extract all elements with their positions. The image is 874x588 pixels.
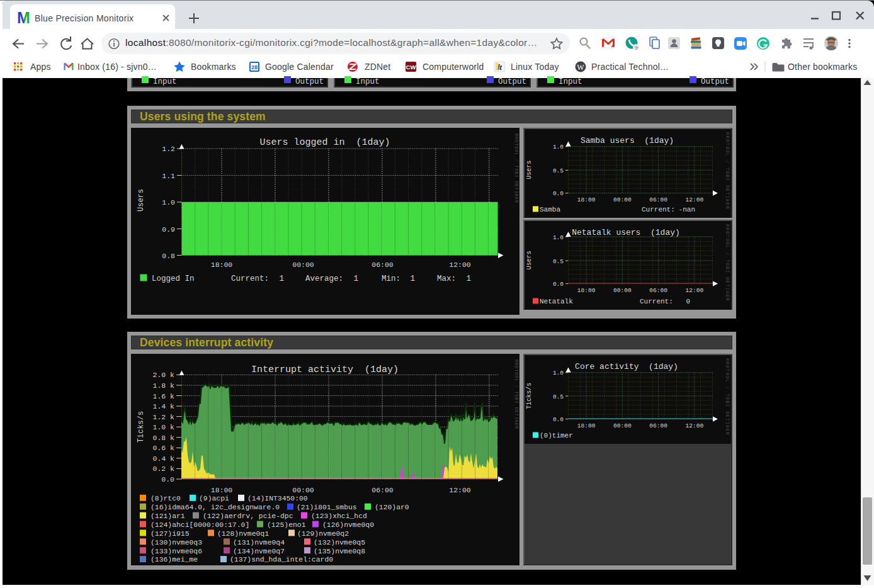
svg-text:(120)ar0: (120)ar0 — [375, 504, 409, 511]
svg-text:Users: Users — [137, 189, 145, 212]
svg-text:(133)nvme0q6: (133)nvme0q6 — [150, 548, 202, 555]
svg-text:Users: Users — [526, 161, 533, 179]
svg-text:(137)snd_hda_intel:card0: (137)snd_hda_intel:card0 — [230, 556, 333, 563]
svg-text:0.0: 0.0 — [161, 475, 174, 483]
svg-text:(135)nvme0q8: (135)nvme0q8 — [314, 548, 365, 555]
svg-text:12:00: 12:00 — [449, 486, 471, 494]
svg-text:?: ? — [635, 45, 638, 51]
svg-text:(129)nvme0q2: (129)nvme0q2 — [297, 530, 349, 538]
svg-text:Output: Output — [295, 77, 324, 86]
svg-text:M: M — [17, 9, 30, 26]
svg-text:CW: CW — [406, 64, 416, 71]
svg-text:Netatalk: Netatalk — [540, 298, 573, 305]
svg-text:Input: Input — [559, 77, 582, 86]
svg-text:0.2 k: 0.2 k — [152, 465, 174, 473]
svg-text:Current:: Current: — [642, 206, 675, 213]
svg-text:(124)ahci[0000:00:17.0]: (124)ahci[0000:00:17.0] — [150, 521, 249, 529]
svg-text:12:00: 12:00 — [686, 422, 704, 429]
svg-text:Output: Output — [701, 77, 729, 86]
svg-text:Interrupt activity (1day): Interrupt activity (1day) — [251, 365, 399, 375]
svg-text:W: W — [577, 63, 584, 72]
svg-text:(121)ar1: (121)ar1 — [150, 512, 185, 520]
svg-text:(8)rtc0: (8)rtc0 — [150, 495, 181, 502]
svg-text:28: 28 — [251, 64, 258, 71]
svg-text:(128)nvme0q1: (128)nvme0q1 — [217, 530, 269, 538]
svg-text:0.8 k: 0.8 k — [152, 434, 174, 442]
svg-text:(127)i915: (127)i915 — [150, 530, 190, 538]
svg-text:18:00: 18:00 — [211, 486, 233, 494]
svg-text:0.8: 0.8 — [162, 252, 175, 260]
svg-text:00:00: 00:00 — [613, 287, 632, 294]
svg-text:18:00: 18:00 — [577, 287, 596, 294]
svg-text:06:00: 06:00 — [649, 287, 667, 294]
svg-text:1.1: 1.1 — [162, 172, 175, 180]
svg-text:12:00: 12:00 — [686, 196, 704, 203]
svg-text:Users: Users — [526, 251, 533, 269]
svg-text:Netatalk users (1day): Netatalk users (1day) — [572, 228, 680, 237]
svg-text:0.0: 0.0 — [553, 190, 564, 197]
svg-text:1.2: 1.2 — [162, 145, 175, 153]
svg-text:0.5: 0.5 — [553, 167, 564, 174]
svg-text:06:00: 06:00 — [372, 261, 394, 269]
svg-text:(132)nvme0q5: (132)nvme0q5 — [314, 539, 365, 546]
svg-text:06:00: 06:00 — [372, 486, 394, 494]
svg-text:Output: Output — [498, 77, 526, 86]
svg-text:1.0: 1.0 — [553, 234, 564, 241]
svg-text:1: 1 — [466, 274, 471, 283]
svg-text:Ticks/s: Ticks/s — [526, 383, 533, 409]
svg-text:0: 0 — [686, 298, 690, 305]
svg-text:(126)nvme0q0: (126)nvme0q0 — [322, 521, 374, 529]
svg-text:00:00: 00:00 — [292, 261, 314, 269]
svg-text:1.0 k: 1.0 k — [152, 423, 174, 431]
svg-text:(14)INT3450:00: (14)INT3450:00 — [247, 495, 308, 502]
svg-text:12:00: 12:00 — [449, 261, 471, 269]
svg-text:1.2 k: 1.2 k — [152, 413, 174, 421]
svg-text:(123)xhci_hcd: (123)xhci_hcd — [311, 512, 367, 520]
svg-text:Min:: Min: — [382, 274, 400, 283]
svg-text:(122)aerdrv, pcie-dpc: (122)aerdrv, pcie-dpc — [203, 512, 293, 520]
svg-text:(9)acpi: (9)acpi — [199, 495, 229, 502]
svg-text:00:00: 00:00 — [292, 486, 314, 494]
svg-text:18:00: 18:00 — [577, 196, 596, 203]
svg-text:Max:: Max: — [437, 274, 456, 283]
svg-text:(131)nvme0q4: (131)nvme0q4 — [233, 539, 285, 546]
svg-text:18:00: 18:00 — [577, 422, 596, 429]
svg-text:Ticks/s: Ticks/s — [137, 411, 145, 443]
svg-text:RRDTOOL / TOBI OETIKER: RRDTOOL / TOBI OETIKER — [725, 224, 730, 302]
svg-text:18:00: 18:00 — [211, 261, 233, 269]
svg-text:1: 1 — [353, 274, 358, 283]
svg-text:1.8 k: 1.8 k — [152, 382, 174, 390]
svg-text:(130)nvme0q3: (130)nvme0q3 — [150, 539, 202, 546]
svg-text:1.6 k: 1.6 k — [152, 392, 174, 400]
svg-text:Samba users (1day): Samba users (1day) — [581, 136, 674, 145]
svg-text:1: 1 — [279, 274, 284, 283]
svg-text:2.0 k: 2.0 k — [152, 371, 174, 379]
svg-text:12:00: 12:00 — [686, 287, 704, 294]
svg-text:0.6 k: 0.6 k — [152, 444, 174, 452]
svg-text:RRDTOOL / TOBI OETIKER: RRDTOOL / TOBI OETIKER — [514, 133, 519, 203]
svg-text:0.5: 0.5 — [553, 258, 564, 265]
svg-text:0.0: 0.0 — [553, 281, 564, 288]
svg-text:1: 1 — [410, 274, 415, 283]
svg-text:00:00: 00:00 — [613, 196, 632, 203]
svg-text:-nan: -nan — [679, 206, 695, 213]
svg-text:0.4 k: 0.4 k — [152, 455, 174, 463]
svg-text:Samba: Samba — [540, 206, 560, 213]
svg-text:Input: Input — [356, 77, 380, 86]
svg-text:(16)idma64.0, i2c_designware.0: (16)idma64.0, i2c_designware.0 — [150, 504, 280, 511]
svg-text:06:00: 06:00 — [649, 196, 667, 203]
svg-text:RRDTOOL / TOBI OETIKER: RRDTOOL / TOBI OETIKER — [514, 359, 519, 429]
svg-text:0.0: 0.0 — [553, 416, 564, 423]
svg-text:Average:: Average: — [305, 274, 343, 283]
svg-text:RRDTOOL / TOBI OETIKER: RRDTOOL / TOBI OETIKER — [725, 358, 730, 436]
svg-text:06:00: 06:00 — [649, 422, 667, 429]
svg-text:Current:: Current: — [640, 298, 673, 305]
svg-text:RRDTOOL / TOBI OETIKER: RRDTOOL / TOBI OETIKER — [725, 132, 730, 210]
svg-text:(0)timer: (0)timer — [540, 432, 573, 439]
svg-text:(21)i801_smbus: (21)i801_smbus — [297, 504, 357, 511]
svg-text:1.0: 1.0 — [162, 198, 175, 206]
svg-text:1.4 k: 1.4 k — [152, 402, 174, 410]
svg-text:Input: Input — [153, 77, 177, 86]
svg-text:Users logged in (1day): Users logged in (1day) — [259, 137, 390, 148]
svg-text:0.9: 0.9 — [162, 225, 175, 234]
